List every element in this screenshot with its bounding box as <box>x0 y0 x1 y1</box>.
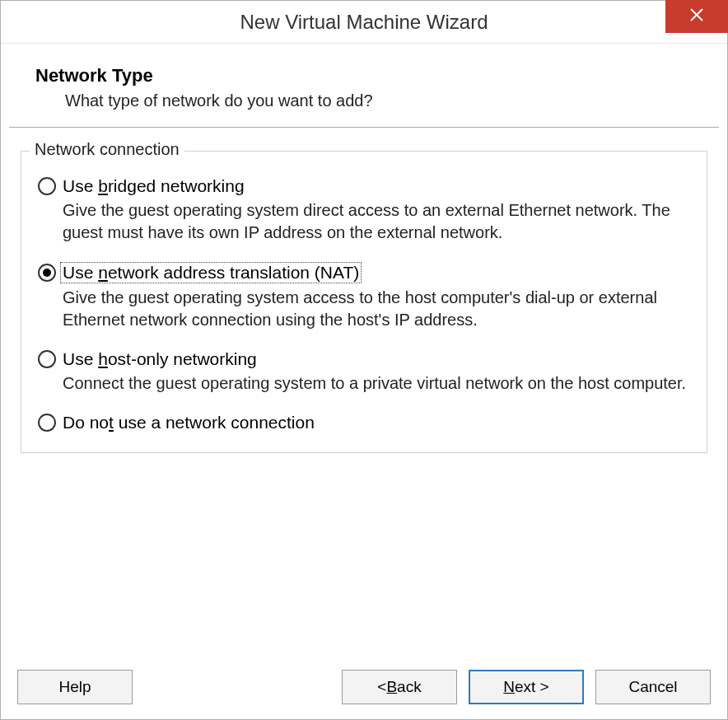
radio-nat-label[interactable]: Use network address translation (NAT) <box>60 262 362 283</box>
page-heading: Network Type <box>35 65 702 86</box>
option-bridged: Use bridged networking Give the guest op… <box>38 176 690 244</box>
close-icon <box>689 7 704 26</box>
option-bridged-description: Give the guest operating system direct a… <box>63 199 690 244</box>
close-button[interactable] <box>665 0 728 33</box>
radio-host-only[interactable] <box>38 350 56 368</box>
back-button[interactable]: < Back <box>342 670 457 704</box>
help-button[interactable]: Help <box>17 670 133 704</box>
radio-no-network-label[interactable]: Do not use a network connection <box>63 413 315 432</box>
window-title: New Virtual Machine Wizard <box>240 11 488 34</box>
radio-host-only-label[interactable]: Use host-only networking <box>63 349 257 369</box>
radio-bridged-label[interactable]: Use bridged networking <box>63 176 245 196</box>
radio-bridged[interactable] <box>38 177 56 195</box>
option-nat-description: Give the guest operating system access t… <box>63 287 690 331</box>
group-legend: Network connection <box>30 140 184 159</box>
next-button[interactable]: Next > <box>469 670 584 704</box>
wizard-content: Network connection Use bridged networkin… <box>1 128 727 658</box>
radio-nat[interactable] <box>38 264 56 282</box>
option-nat: Use network address translation (NAT) Gi… <box>38 262 690 331</box>
radio-no-network[interactable] <box>38 414 56 432</box>
network-connection-group: Network connection Use bridged networkin… <box>21 151 707 453</box>
button-bar: Help < Back Next > Cancel <box>1 658 727 719</box>
option-host-only-description: Connect the guest operating system to a … <box>63 372 690 395</box>
option-no-network: Do not use a network connection <box>38 413 690 432</box>
wizard-header: Network Type What type of network do you… <box>9 52 719 128</box>
wizard-window: New Virtual Machine Wizard Network Type … <box>0 0 728 720</box>
page-subtitle: What type of network do you want to add? <box>65 91 702 110</box>
cancel-button[interactable]: Cancel <box>595 670 711 704</box>
titlebar: New Virtual Machine Wizard <box>1 1 727 44</box>
option-host-only: Use host-only networking Connect the gue… <box>38 349 690 395</box>
